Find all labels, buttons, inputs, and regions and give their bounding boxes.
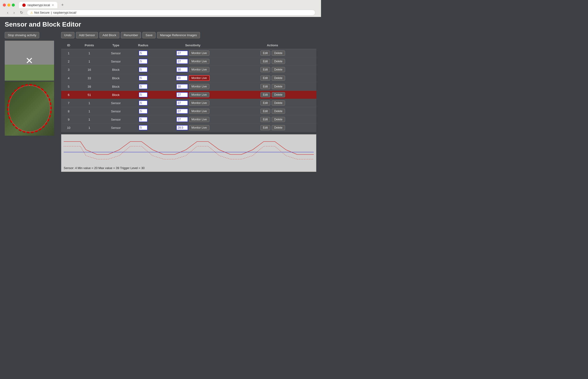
delete-button-9[interactable]: Delete — [272, 117, 285, 122]
delete-button-1[interactable]: Delete — [272, 50, 285, 56]
back-button[interactable]: ‹ — [6, 10, 10, 15]
cell-radius-4 — [129, 74, 157, 82]
save-button[interactable]: Save — [142, 32, 156, 38]
col-header-sensitivity: Sensitivity — [157, 42, 228, 49]
manage-reference-images-button[interactable]: Manage Reference Images — [157, 32, 200, 38]
radius-input-6[interactable] — [139, 92, 148, 97]
tab-close-icon[interactable]: ✕ — [52, 3, 54, 7]
sensitivity-input-6[interactable] — [176, 92, 188, 97]
browser-tab[interactable]: raspberrypi.local ✕ — [19, 2, 57, 8]
cell-sensitivity-1: Monitor Live — [157, 49, 228, 57]
sensitivity-input-10[interactable] — [176, 125, 188, 130]
edit-button-3[interactable]: Edit — [260, 67, 271, 72]
cell-radius-7 — [129, 99, 157, 107]
radius-input-5[interactable] — [139, 84, 148, 89]
cell-type-3: Block — [103, 66, 129, 74]
delete-button-7[interactable]: Delete — [272, 100, 285, 106]
stop-activity-button[interactable]: Stop showing activity — [5, 32, 39, 38]
radius-input-2[interactable] — [139, 59, 148, 64]
cell-id-4: 4 — [61, 74, 76, 82]
radius-input-8[interactable] — [139, 109, 148, 114]
preview-green-area — [5, 65, 54, 81]
sensitivity-input-2[interactable] — [176, 59, 188, 64]
cell-radius-10 — [129, 124, 157, 132]
sensitivity-input-9[interactable] — [176, 117, 188, 122]
cell-sensitivity-8: Monitor Live — [157, 107, 228, 115]
radius-input-1[interactable] — [139, 50, 148, 56]
delete-button-4[interactable]: Delete — [272, 76, 285, 81]
monitor-live-button-2[interactable]: Monitor Live — [189, 59, 209, 64]
radius-input-4[interactable] — [139, 76, 148, 81]
radius-input-10[interactable] — [139, 125, 148, 130]
radius-input-3[interactable] — [139, 67, 148, 72]
preview-image-top: ✕ — [5, 41, 54, 81]
edit-button-2[interactable]: Edit — [260, 59, 271, 64]
cell-id-9: 9 — [61, 115, 76, 124]
monitor-live-button-6[interactable]: Monitor Live — [189, 92, 209, 97]
edit-button-4[interactable]: Edit — [260, 76, 271, 81]
edit-button-10[interactable]: Edit — [260, 125, 271, 130]
reload-button[interactable]: ↻ — [18, 10, 24, 15]
monitor-live-button-3[interactable]: Monitor Live — [189, 67, 209, 72]
sensitivity-input-1[interactable] — [176, 50, 188, 56]
delete-button-10[interactable]: Delete — [272, 125, 285, 130]
cell-radius-1 — [129, 49, 157, 57]
oval-dots — [8, 85, 50, 132]
table-row: 6 51 Block Monitor Live Edit Delete — [61, 91, 316, 99]
monitor-live-button-10[interactable]: Monitor Live — [189, 125, 209, 130]
cell-id-7: 7 — [61, 99, 76, 107]
edit-button-8[interactable]: Edit — [260, 109, 271, 114]
monitor-live-button-5[interactable]: Monitor Live — [189, 84, 209, 89]
cell-actions-10: Edit Delete — [229, 124, 316, 132]
cell-sensitivity-3: Monitor Live — [157, 66, 228, 74]
monitor-live-button-1[interactable]: Monitor Live — [189, 50, 209, 56]
sensitivity-input-8[interactable] — [176, 109, 188, 114]
sensitivity-input-4[interactable] — [176, 76, 188, 81]
right-panel: Undo Add Sensor Add Block Renumber Save … — [61, 32, 316, 172]
cell-points-3: 16 — [76, 66, 103, 74]
window-maximize[interactable] — [12, 3, 15, 7]
monitor-live-button-4[interactable]: Monitor Live — [189, 75, 210, 81]
cell-sensitivity-10: Monitor Live — [157, 124, 228, 132]
monitor-live-button-9[interactable]: Monitor Live — [189, 117, 209, 122]
sensitivity-input-5[interactable] — [176, 84, 188, 89]
delete-button-3[interactable]: Delete — [272, 67, 285, 72]
window-close[interactable] — [3, 3, 6, 7]
radius-input-7[interactable] — [139, 100, 148, 106]
sensitivity-input-7[interactable] — [176, 100, 188, 106]
forward-button[interactable]: › — [12, 10, 16, 15]
chart-label: Sensor: 4 Min value = 20 Max value = 39 … — [64, 166, 145, 170]
cell-actions-8: Edit Delete — [229, 107, 316, 115]
edit-button-1[interactable]: Edit — [260, 50, 271, 56]
radius-input-9[interactable] — [139, 117, 148, 122]
window-minimize[interactable] — [7, 3, 10, 7]
cell-radius-6 — [129, 91, 157, 99]
preview-image-main — [5, 82, 54, 136]
cell-type-7: Sensor — [103, 99, 129, 107]
x-mark-icon: ✕ — [25, 55, 33, 66]
address-bar[interactable]: ⚠ Not Secure | raspberrypi.local/ — [27, 10, 315, 16]
edit-button-7[interactable]: Edit — [260, 100, 271, 106]
renumber-button[interactable]: Renumber — [121, 32, 141, 38]
delete-button-6[interactable]: Delete — [272, 92, 285, 97]
cell-type-6: Block — [103, 91, 129, 99]
monitor-live-button-8[interactable]: Monitor Live — [189, 109, 209, 114]
sensitivity-input-3[interactable] — [176, 67, 188, 72]
cell-id-2: 2 — [61, 57, 76, 66]
col-header-radius: Radius — [129, 42, 157, 49]
new-tab-button[interactable]: + — [59, 3, 66, 8]
add-block-button[interactable]: Add Block — [99, 32, 119, 38]
table-row: 3 16 Block Monitor Live Edit Delete — [61, 66, 316, 74]
tab-title: raspberrypi.local — [28, 3, 50, 7]
page-title: Sensor and Block Editor — [5, 21, 316, 28]
delete-button-2[interactable]: Delete — [272, 59, 285, 64]
cell-type-2: Sensor — [103, 57, 129, 66]
add-sensor-button[interactable]: Add Sensor — [76, 32, 98, 38]
monitor-live-button-7[interactable]: Monitor Live — [189, 100, 209, 106]
delete-button-5[interactable]: Delete — [272, 84, 285, 89]
edit-button-5[interactable]: Edit — [260, 84, 271, 89]
edit-button-9[interactable]: Edit — [260, 117, 271, 122]
delete-button-8[interactable]: Delete — [272, 109, 285, 114]
edit-button-6[interactable]: Edit — [260, 92, 271, 97]
undo-button[interactable]: Undo — [61, 32, 75, 38]
